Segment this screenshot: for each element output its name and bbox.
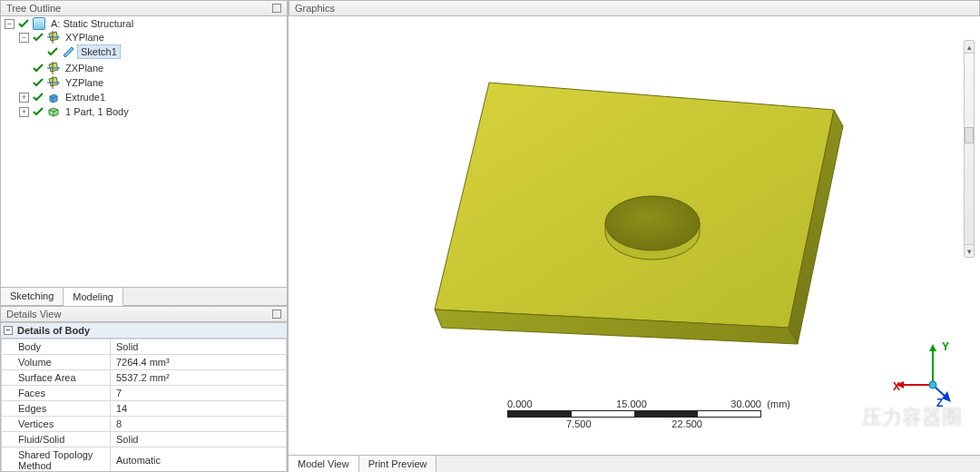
detail-row: Volume7264.4 mm³ bbox=[2, 355, 287, 370]
watermark-text: 压力容器圈 bbox=[862, 404, 962, 431]
sketch-icon bbox=[62, 45, 74, 58]
detail-row: Surface Area5537.2 mm² bbox=[2, 370, 287, 386]
zoom-thumb[interactable] bbox=[965, 127, 974, 143]
detail-row: Faces7 bbox=[2, 386, 287, 401]
check-icon bbox=[17, 17, 30, 30]
details-table: BodySolid Volume7264.4 mm³ Surface Area5… bbox=[1, 339, 287, 472]
check-icon bbox=[32, 91, 44, 103]
expand-toggle[interactable]: − bbox=[5, 19, 15, 29]
check-icon bbox=[32, 105, 44, 118]
detail-val: 8 bbox=[111, 417, 287, 432]
detail-val: 7 bbox=[111, 386, 287, 401]
expand-toggle[interactable]: + bbox=[19, 107, 29, 117]
body-icon bbox=[47, 105, 60, 118]
svg-marker-11 bbox=[929, 344, 936, 351]
detail-key: Fluid/Solid bbox=[2, 432, 111, 447]
detail-val[interactable]: Automatic bbox=[111, 447, 287, 473]
collapse-toggle[interactable]: − bbox=[4, 326, 13, 335]
tab-sketching[interactable]: Sketching bbox=[1, 288, 64, 305]
check-icon bbox=[32, 76, 44, 89]
detail-key: Faces bbox=[2, 386, 111, 401]
tree-node-xyplane[interactable]: XYPlane bbox=[63, 31, 107, 44]
tab-model-view[interactable]: Model View bbox=[289, 456, 359, 472]
tree-node-yzplane[interactable]: YZPlane bbox=[63, 76, 106, 89]
detail-val: 7264.4 mm³ bbox=[111, 355, 287, 370]
scale-bar: 0.000 15.000 30.000 7.500 22.500 (mm) bbox=[507, 398, 761, 429]
details-group-title: Details of Body bbox=[17, 325, 90, 336]
scale-tick: 30.000 bbox=[730, 398, 761, 409]
detail-row: BodySolid bbox=[2, 339, 287, 355]
tree-outline-title: Tree Outline bbox=[6, 3, 61, 14]
orientation-triad[interactable]: Y X Z bbox=[897, 344, 960, 408]
detail-row: Vertices8 bbox=[2, 417, 287, 432]
detail-key: Body bbox=[2, 339, 111, 355]
zoom-out-button[interactable]: ▾ bbox=[965, 244, 974, 257]
detail-val[interactable]: Solid bbox=[111, 339, 287, 355]
tree-node-sketch1[interactable]: Sketch1 bbox=[77, 44, 121, 59]
zoom-in-button[interactable]: ▴ bbox=[965, 41, 974, 54]
spacer bbox=[19, 78, 29, 88]
model-plate[interactable] bbox=[398, 46, 870, 391]
check-icon bbox=[32, 62, 44, 74]
pin-icon[interactable] bbox=[272, 4, 281, 13]
plane-icon bbox=[47, 76, 60, 89]
detail-val: 5537.2 mm² bbox=[111, 370, 287, 386]
tree-outline-header: Tree Outline bbox=[0, 0, 288, 16]
graphics-title: Graphics bbox=[295, 3, 335, 14]
tree-node-root[interactable]: A: Static Structural bbox=[48, 17, 136, 30]
detail-key: Surface Area bbox=[2, 370, 111, 386]
wechat-icon bbox=[838, 408, 858, 428]
bottom-tabs: Model View Print Preview bbox=[289, 455, 980, 472]
designmodeler-icon bbox=[33, 17, 45, 30]
check-icon bbox=[32, 31, 44, 44]
detail-row: Shared Topology MethodAutomatic bbox=[2, 447, 287, 473]
extrude-icon bbox=[47, 91, 60, 103]
spacer bbox=[34, 47, 44, 57]
plane-icon bbox=[47, 31, 60, 44]
details-view-title: Details View bbox=[6, 309, 61, 320]
detail-val: 14 bbox=[111, 401, 287, 417]
scale-tick: 15.000 bbox=[616, 398, 647, 409]
axis-x-label: X bbox=[893, 380, 900, 393]
detail-key: Vertices bbox=[2, 417, 111, 432]
detail-key: Shared Topology Method bbox=[2, 447, 111, 473]
graphics-header: Graphics bbox=[289, 0, 980, 16]
tree-node-extrude1[interactable]: Extrude1 bbox=[63, 91, 108, 103]
graphics-viewport[interactable]: ▴ ▾ Y X Z 0.000 15.000 30.000 bbox=[289, 16, 980, 455]
mid-tabs: Sketching Modeling bbox=[0, 287, 288, 306]
tree-node-zxplane[interactable]: ZXPlane bbox=[63, 62, 106, 74]
spacer bbox=[19, 64, 29, 74]
scale-tick: 7.500 bbox=[566, 418, 592, 429]
axis-y-label: Y bbox=[942, 340, 949, 353]
zoom-slider[interactable]: ▴ ▾ bbox=[964, 40, 975, 258]
detail-row: Fluid/SolidSolid bbox=[2, 432, 287, 447]
expand-toggle[interactable]: + bbox=[19, 93, 29, 103]
tab-modeling[interactable]: Modeling bbox=[64, 289, 123, 306]
detail-key: Edges bbox=[2, 401, 111, 417]
scale-unit: (mm) bbox=[767, 398, 790, 409]
plane-icon bbox=[47, 62, 60, 74]
tree-outline[interactable]: − A: Static Structural − XYPlane bbox=[0, 16, 288, 287]
tab-print-preview[interactable]: Print Preview bbox=[359, 456, 437, 472]
detail-key: Volume bbox=[2, 355, 111, 370]
scale-tick: 22.500 bbox=[671, 418, 702, 429]
svg-marker-15 bbox=[942, 391, 951, 402]
pin-icon[interactable] bbox=[272, 310, 281, 319]
expand-toggle[interactable]: − bbox=[19, 33, 29, 43]
details-view-header: Details View bbox=[0, 306, 288, 322]
check-icon bbox=[46, 45, 59, 58]
svg-point-16 bbox=[929, 381, 936, 388]
watermark: 压力容器圈 bbox=[838, 404, 962, 431]
axis-z-label: Z bbox=[936, 397, 943, 409]
detail-row: Edges14 bbox=[2, 401, 287, 417]
detail-val[interactable]: Solid bbox=[111, 432, 287, 447]
details-view[interactable]: − Details of Body BodySolid Volume7264.4… bbox=[0, 322, 288, 472]
details-group-header[interactable]: − Details of Body bbox=[1, 322, 287, 339]
scale-tick: 0.000 bbox=[507, 398, 533, 409]
tree-node-body[interactable]: 1 Part, 1 Body bbox=[63, 105, 132, 118]
